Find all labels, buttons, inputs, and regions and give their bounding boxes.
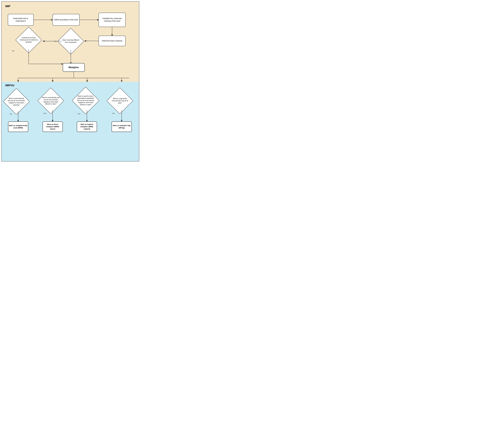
step1-box: Read whole text to understand it <box>8 14 33 25</box>
svg-text:Yes: Yes <box>54 40 57 42</box>
mipvu-diamond1: Word is used indirectly and can be cross… <box>8 94 25 109</box>
diamond2-text: Contextual and basic meaning can be rela… <box>19 32 39 48</box>
mipvu-box1: Mark as metaphorically used (MRW) <box>8 122 28 132</box>
mipvu-diamond2: Word is used directly and can be cross-d… <box>42 93 59 109</box>
svg-text:Yes: Yes <box>43 112 46 114</box>
svg-text:Yes: Yes <box>12 50 15 52</box>
mipvu-diamond3: Word is used for lexico-grammatical subs… <box>76 92 95 109</box>
mipvu-box2: Mark as direct metaphor (MRW, direct) <box>43 122 63 132</box>
mip-label: MIP <box>5 5 135 8</box>
svg-text:Yes: Yes <box>78 113 80 115</box>
step3-box: Establish the contextual meaning of the … <box>99 13 126 27</box>
diamond1-text: Basic meaning different from contextual? <box>62 34 80 48</box>
step2-box: Define boundaries of the word <box>53 14 79 25</box>
mipvu-label: MIPVU <box>5 82 135 87</box>
metaphor-box: Metaphor <box>63 63 85 72</box>
mipvu-box3: Mark as implicit metaphor (MRW, implicit… <box>77 122 97 132</box>
mipvu-diamond4: Word is a signal that cross-domain may b… <box>111 93 128 109</box>
svg-text:Yes: Yes <box>112 112 115 114</box>
svg-text:Yes: Yes <box>9 113 12 115</box>
mipvu-box4: Mark as metaphor flag (MFlag) <box>112 122 132 132</box>
step4-box: Determine basic meaning <box>99 36 126 46</box>
